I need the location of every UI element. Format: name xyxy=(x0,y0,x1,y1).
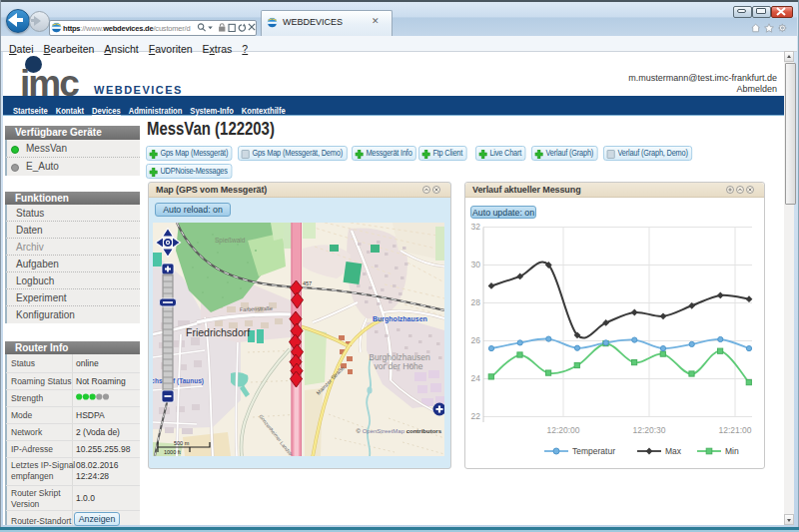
svg-text:26: 26 xyxy=(471,335,481,345)
svg-text:500 m: 500 m xyxy=(174,440,190,446)
svg-text:12:21:00: 12:21:00 xyxy=(718,425,751,435)
svg-text:1000 ft: 1000 ft xyxy=(164,449,181,455)
svg-text:457: 457 xyxy=(303,280,312,286)
svg-text:30: 30 xyxy=(471,260,481,269)
svg-text:Max: Max xyxy=(665,446,682,456)
svg-text:Temperatur: Temperatur xyxy=(572,446,615,456)
svg-text:Spießwald: Spießwald xyxy=(215,237,246,245)
svg-text:24: 24 xyxy=(471,373,481,383)
svg-text:28: 28 xyxy=(471,297,481,307)
svg-text:32: 32 xyxy=(471,222,481,232)
svg-text:richsdorf (Taunus): richsdorf (Taunus) xyxy=(153,377,204,385)
svg-text:Farbenstraße: Farbenstraße xyxy=(240,305,273,312)
svg-text:Min: Min xyxy=(725,446,739,456)
svg-text:vor der Höhe: vor der Höhe xyxy=(374,361,422,371)
svg-text:12:20:00: 12:20:00 xyxy=(546,425,579,435)
svg-text:© OpenStreetMap contributors: © OpenStreetMap contributors xyxy=(357,428,442,434)
svg-text:12:20:30: 12:20:30 xyxy=(632,425,665,435)
svg-text:Burgholzhausen: Burgholzhausen xyxy=(373,315,427,323)
svg-text:Friedrichsdorf: Friedrichsdorf xyxy=(186,326,250,338)
svg-text:22: 22 xyxy=(471,411,481,421)
